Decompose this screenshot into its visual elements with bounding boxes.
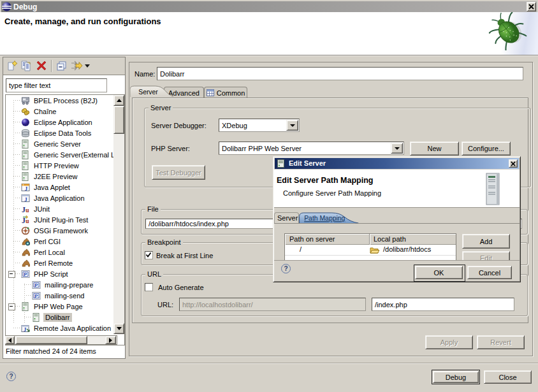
svg-text:Server: Server xyxy=(138,88,158,96)
svg-text:Path Mapping: Path Mapping xyxy=(304,215,345,222)
